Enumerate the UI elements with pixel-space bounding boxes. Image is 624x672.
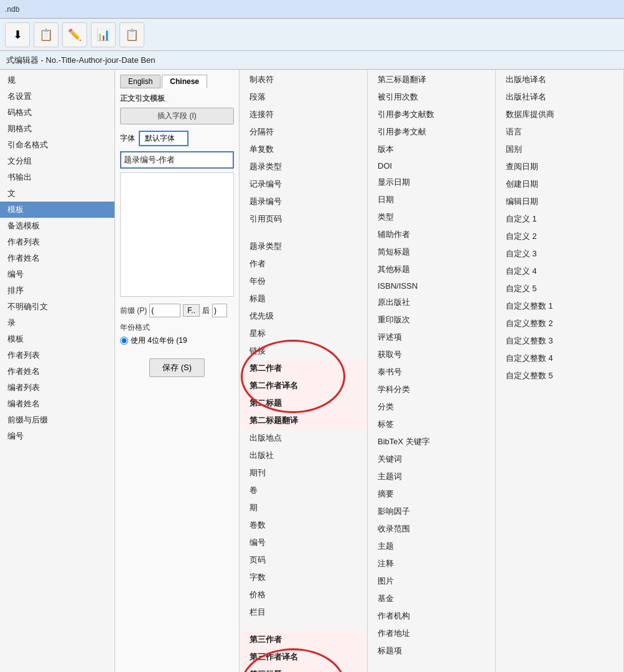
- list-item[interactable]: 编号: [240, 534, 367, 551]
- list-item[interactable]: 显示日期: [368, 174, 495, 191]
- list-item[interactable]: 原出版社: [368, 294, 495, 311]
- list-item-third-title[interactable]: 第三标题: [240, 666, 367, 672]
- sidebar-item-7[interactable]: 文: [0, 185, 114, 202]
- list-item[interactable]: 期刊: [240, 464, 367, 482]
- list-item[interactable]: 连接符: [240, 106, 367, 123]
- toolbar-btn-4[interactable]: 📊: [91, 22, 116, 47]
- list-item[interactable]: 字数: [240, 569, 367, 586]
- list-item[interactable]: 泰书号: [368, 363, 495, 381]
- list-item[interactable]: 日期: [368, 191, 495, 208]
- list-item[interactable]: 制表符: [240, 71, 367, 88]
- list-item[interactable]: 获取号: [368, 346, 495, 363]
- list-item-second-author-trans[interactable]: 第二作者译名: [240, 377, 367, 394]
- list-item[interactable]: 基金: [368, 590, 495, 607]
- toolbar-btn-3[interactable]: ✏️: [62, 22, 87, 47]
- list-item[interactable]: 其他标题: [368, 261, 495, 278]
- list-item[interactable]: 作者地址: [368, 625, 495, 642]
- list-item[interactable]: 出版社: [240, 447, 367, 464]
- list-item[interactable]: [240, 228, 367, 238]
- list-item[interactable]: 单复数: [240, 141, 367, 158]
- list-item[interactable]: 关键词: [368, 450, 495, 468]
- save-btn[interactable]: 保存 (S): [149, 358, 205, 377]
- list-item[interactable]: BibTeX 关键字: [368, 433, 495, 450]
- sidebar-item-4[interactable]: 引命名格式: [0, 137, 114, 153]
- toolbar-btn-2[interactable]: 📋: [34, 22, 58, 47]
- list-item[interactable]: 学科分类: [368, 381, 495, 398]
- list-item[interactable]: 评述项: [368, 329, 495, 346]
- list-item-second-title[interactable]: 第二标题: [240, 394, 367, 412]
- list-item[interactable]: 分隔符: [240, 123, 367, 141]
- list-item[interactable]: 自定义整数 3: [496, 332, 623, 350]
- suffix-input[interactable]: [212, 304, 227, 317]
- list-item[interactable]: 记录编号: [240, 175, 367, 193]
- sidebar-item-16[interactable]: 模板: [0, 331, 114, 347]
- sidebar-item-18[interactable]: 作者姓名: [0, 363, 114, 380]
- sidebar-item-20[interactable]: 编者姓名: [0, 396, 114, 412]
- sidebar-item-0[interactable]: 规: [0, 72, 114, 88]
- sidebar-item-22[interactable]: 编号: [0, 428, 114, 444]
- list-item[interactable]: 图片: [368, 572, 495, 590]
- list-item[interactable]: 星标: [240, 325, 367, 342]
- sidebar-item-19[interactable]: 编者列表: [0, 380, 114, 396]
- list-item[interactable]: 语言: [496, 123, 623, 141]
- year-radio[interactable]: [120, 337, 128, 345]
- list-item[interactable]: 类型: [368, 208, 495, 226]
- list-item[interactable]: 自定义 3: [496, 245, 623, 263]
- tab-chinese[interactable]: Chinese: [162, 75, 207, 88]
- list-item[interactable]: 自定义整数 1: [496, 297, 623, 315]
- list-item[interactable]: 引用页码: [240, 210, 367, 228]
- sidebar-item-11[interactable]: 作者姓名: [0, 250, 114, 266]
- toolbar-btn-1[interactable]: ⬇: [5, 22, 30, 47]
- list-item-third-author[interactable]: 第三作者: [240, 631, 367, 648]
- list-item[interactable]: 作者机构: [368, 607, 495, 625]
- list-item[interactable]: 出版地译名: [496, 71, 623, 88]
- list-item[interactable]: 期: [240, 499, 367, 516]
- list-item-second-title-trans[interactable]: 第二标题翻译: [240, 412, 367, 429]
- insert-field-btn[interactable]: 插入字段 (I): [120, 108, 234, 124]
- list-item[interactable]: 标题: [240, 290, 367, 307]
- list-item[interactable]: 重印版次: [368, 311, 495, 329]
- list-item[interactable]: 标签: [368, 416, 495, 433]
- list-item[interactable]: 被引用次数: [368, 88, 495, 106]
- list-item[interactable]: 主题词: [368, 468, 495, 485]
- list-item[interactable]: 题录编号: [240, 193, 367, 210]
- sidebar-item-8[interactable]: 模板: [0, 202, 114, 218]
- list-item[interactable]: 出版社译名: [496, 88, 623, 106]
- list-item-second-author[interactable]: 第二作者: [240, 360, 367, 377]
- list-item[interactable]: 作者: [240, 255, 367, 273]
- list-item[interactable]: 自定义 5: [496, 280, 623, 297]
- list-item[interactable]: 创建日期: [496, 175, 623, 193]
- list-item[interactable]: 数据库提供商: [496, 106, 623, 123]
- list-item[interactable]: 辅助作者: [368, 226, 495, 243]
- list-item[interactable]: 卷数: [240, 516, 367, 534]
- list-item[interactable]: 标题项: [368, 642, 495, 660]
- list-item[interactable]: 自定义 4: [496, 263, 623, 280]
- list-item[interactable]: 简短标题: [368, 243, 495, 261]
- list-item[interactable]: 国别: [496, 141, 623, 158]
- list-item[interactable]: 主题: [368, 538, 495, 555]
- list-item[interactable]: 分类: [368, 398, 495, 416]
- list-item[interactable]: 收录范围: [368, 520, 495, 538]
- sidebar-item-1[interactable]: 名设置: [0, 88, 114, 105]
- list-item[interactable]: 段落: [240, 88, 367, 106]
- prefix-format-btn[interactable]: F..: [183, 304, 200, 317]
- list-item[interactable]: 自定义整数 2: [496, 315, 623, 332]
- template-input[interactable]: [120, 151, 234, 169]
- list-item[interactable]: ISBN/ISSN: [368, 278, 495, 294]
- list-item[interactable]: 年份: [240, 273, 367, 290]
- toolbar-btn-5[interactable]: 📋: [119, 22, 144, 47]
- list-item[interactable]: 题录类型: [240, 158, 367, 175]
- list-item[interactable]: 页码: [240, 551, 367, 569]
- sidebar-item-2[interactable]: 码格式: [0, 105, 114, 121]
- list-item[interactable]: 出版地点: [240, 429, 367, 447]
- list-item[interactable]: 编辑日期: [496, 193, 623, 210]
- list-item[interactable]: 摘要: [368, 485, 495, 503]
- list-item-third-author-trans[interactable]: 第三作者译名: [240, 648, 367, 666]
- prefix-input[interactable]: [149, 304, 180, 317]
- tab-english[interactable]: English: [120, 75, 161, 88]
- list-item[interactable]: 自定义 2: [496, 228, 623, 245]
- list-item[interactable]: 卷: [240, 482, 367, 499]
- sidebar-item-21[interactable]: 前缀与后缀: [0, 412, 114, 428]
- sidebar-item-10[interactable]: 作者列表: [0, 234, 114, 250]
- list-item[interactable]: 自定义整数 5: [496, 367, 623, 385]
